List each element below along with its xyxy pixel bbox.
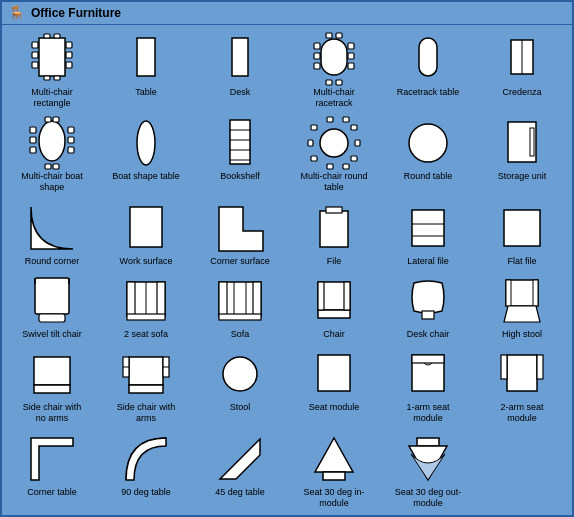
svg-rect-59	[320, 211, 348, 247]
label-racetrack-table: Racetrack table	[397, 87, 460, 98]
item-multi-chair-rectangle[interactable]: Multi-chair rectangle	[6, 29, 98, 111]
svg-rect-36	[45, 164, 51, 169]
item-45-deg-table[interactable]: 45 deg table	[194, 429, 286, 511]
item-2-seat-sofa[interactable]: 2 seat sofa	[100, 271, 192, 342]
svg-rect-87	[533, 280, 538, 306]
item-seat-module[interactable]: Seat module	[288, 344, 380, 426]
item-table[interactable]: Table	[100, 29, 192, 111]
item-seat-30-deg-in[interactable]: Seat 30 deg in-module	[288, 429, 380, 511]
svg-rect-8	[54, 34, 60, 38]
svg-rect-6	[66, 62, 72, 68]
svg-rect-32	[68, 137, 74, 143]
svg-rect-35	[53, 117, 59, 122]
svg-rect-103	[323, 472, 345, 480]
svg-rect-100	[507, 355, 537, 391]
item-chair[interactable]: Chair	[288, 271, 380, 342]
svg-rect-53	[351, 125, 357, 130]
svg-rect-66	[39, 314, 65, 322]
svg-rect-11	[137, 38, 155, 76]
item-storage-unit[interactable]: Storage unit	[476, 113, 568, 195]
svg-rect-54	[343, 117, 349, 122]
svg-rect-17	[348, 43, 354, 49]
svg-rect-64	[504, 210, 540, 246]
item-high-stool[interactable]: High stool	[476, 271, 568, 342]
svg-rect-82	[318, 282, 324, 310]
svg-rect-9	[44, 76, 50, 80]
svg-rect-45	[327, 117, 333, 122]
svg-rect-10	[54, 76, 60, 80]
item-stool[interactable]: Stool	[194, 344, 286, 426]
item-sofa[interactable]: Sofa	[194, 271, 286, 342]
svg-rect-3	[32, 62, 38, 68]
svg-rect-21	[336, 33, 342, 38]
svg-rect-4	[66, 42, 72, 48]
label-flat-file: Flat file	[507, 256, 536, 267]
label-desk-chair: Desk chair	[407, 329, 450, 340]
item-boat-shape-table[interactable]: Boat shape table	[100, 113, 192, 195]
item-lateral-file[interactable]: Lateral file	[382, 198, 474, 269]
svg-rect-19	[348, 63, 354, 69]
svg-rect-57	[530, 128, 534, 156]
label-seat-30-deg-in: Seat 30 deg in-module	[299, 487, 369, 509]
item-file[interactable]: File	[288, 198, 380, 269]
label-seat-module: Seat module	[309, 402, 360, 413]
label-corner-surface: Corner surface	[210, 256, 270, 267]
label-seat-30-deg-out: Seat 30 deg out-module	[393, 487, 463, 509]
svg-rect-37	[53, 164, 59, 169]
label-90-deg-table: 90 deg table	[121, 487, 171, 498]
label-multi-chair-rectangle: Multi-chair rectangle	[17, 87, 87, 109]
item-multi-chair-racetrack[interactable]: Multi-chair racetrack	[288, 29, 380, 111]
svg-rect-65	[35, 278, 69, 314]
svg-rect-91	[129, 385, 163, 393]
svg-rect-0	[39, 38, 65, 76]
item-seat-30-deg-out[interactable]: Seat 30 deg out-module	[382, 429, 474, 511]
svg-rect-75	[219, 282, 227, 316]
label-swivel-tilt-chair: Swivel tilt chair	[22, 329, 82, 340]
item-1-arm-seat-module[interactable]: 1-arm seat module	[382, 344, 474, 426]
svg-rect-86	[506, 280, 511, 306]
item-multi-chair-boat-shape[interactable]: Multi-chair boat shape	[6, 113, 98, 195]
svg-rect-22	[326, 80, 332, 85]
svg-rect-71	[157, 282, 165, 316]
item-90-deg-table[interactable]: 90 deg table	[100, 429, 192, 511]
svg-rect-50	[343, 164, 349, 169]
item-empty	[476, 429, 568, 511]
label-bookshelf: Bookshelf	[220, 171, 260, 182]
svg-rect-70	[127, 282, 135, 316]
svg-rect-83	[344, 282, 350, 310]
label-boat-shape-table: Boat shape table	[112, 171, 180, 182]
item-side-chair-no-arms[interactable]: Side chair with no arms	[6, 344, 98, 426]
item-round-table[interactable]: Round table	[382, 113, 474, 195]
item-credenza[interactable]: Credenza	[476, 29, 568, 111]
label-file: File	[327, 256, 342, 267]
item-multi-chair-round-table[interactable]: Multi-chair round table	[288, 113, 380, 195]
svg-rect-61	[412, 210, 444, 246]
svg-rect-84	[422, 311, 434, 319]
svg-rect-14	[314, 43, 320, 49]
label-corner-table: Corner table	[27, 487, 77, 498]
item-racetrack-table[interactable]: Racetrack table	[382, 29, 474, 111]
svg-rect-39	[230, 120, 250, 164]
item-corner-table[interactable]: Corner table	[6, 429, 98, 511]
svg-rect-99	[412, 355, 444, 363]
label-1-arm-seat-module: 1-arm seat module	[393, 402, 463, 424]
item-bookshelf[interactable]: Bookshelf	[194, 113, 286, 195]
item-corner-surface[interactable]: Corner surface	[194, 198, 286, 269]
item-desk-chair[interactable]: Desk chair	[382, 271, 474, 342]
svg-rect-28	[30, 127, 36, 133]
label-work-surface: Work surface	[120, 256, 173, 267]
svg-rect-89	[34, 385, 70, 393]
label-stool: Stool	[230, 402, 251, 413]
item-desk[interactable]: Desk	[194, 29, 286, 111]
item-side-chair-arms[interactable]: Side chair with arms	[100, 344, 192, 426]
item-work-surface[interactable]: Work surface	[100, 198, 192, 269]
svg-rect-31	[68, 127, 74, 133]
item-round-corner[interactable]: Round corner	[6, 198, 98, 269]
svg-rect-47	[308, 140, 313, 146]
label-round-table: Round table	[404, 171, 453, 182]
svg-rect-34	[45, 117, 51, 122]
item-swivel-tilt-chair[interactable]: Swivel tilt chair	[6, 271, 98, 342]
item-flat-file[interactable]: Flat file	[476, 198, 568, 269]
svg-rect-13	[321, 39, 347, 75]
item-2-arm-seat-module[interactable]: 2-arm seat module	[476, 344, 568, 426]
